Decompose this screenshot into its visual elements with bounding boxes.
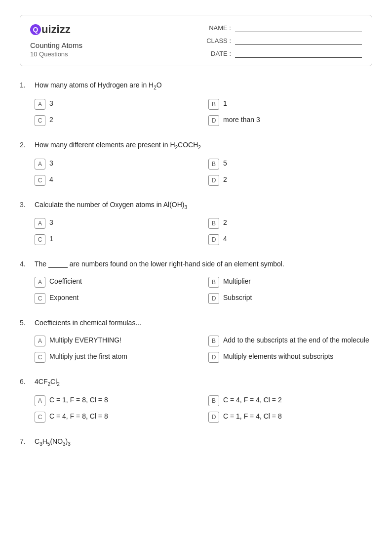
- q6-option-a: A C = 1, F = 8, Cl = 8: [35, 395, 198, 406]
- q2-letter-c: C: [35, 175, 45, 186]
- question-6-text: 6. 4CF2Cl2: [20, 377, 372, 388]
- q3-letter-c: C: [35, 234, 45, 245]
- q4-option-c: C Exponent: [35, 293, 198, 304]
- q6-option-b: B C = 4, F = 4, Cl = 2: [208, 395, 372, 406]
- q2-letter-a: A: [35, 159, 45, 170]
- class-label: CLASS :: [204, 37, 231, 44]
- q2-letter-b: B: [208, 159, 219, 170]
- q5-option-a: A Multiply EVERYTHING!: [35, 335, 198, 346]
- q1-option-b: B 1: [208, 98, 372, 110]
- q4-number: 4.: [20, 259, 30, 269]
- q2-option-d: D 2: [208, 174, 372, 186]
- q6-text-a: C = 1, F = 8, Cl = 8: [49, 395, 108, 405]
- q3-options: A 3 B 2 C 1 D 4: [35, 217, 372, 245]
- q5-letter-d: D: [208, 352, 219, 363]
- q1-text-a: 3: [49, 98, 53, 109]
- q1-option-d: D more than 3: [208, 115, 372, 126]
- q6-letter-c: C: [35, 412, 45, 423]
- q4-content: The _____ are numbers found on the lower…: [35, 259, 284, 269]
- q2-option-a: A 3: [35, 158, 198, 170]
- question-5-text: 5. Coefficients in chemical formulas...: [20, 318, 372, 328]
- date-field: DATE :: [204, 49, 362, 58]
- class-field: CLASS :: [204, 36, 362, 45]
- q6-text-c: C = 4, F = 8, Cl = 8: [49, 411, 108, 422]
- name-field: NAME :: [204, 23, 362, 32]
- q1-letter-d: D: [208, 115, 219, 126]
- q1-option-c: C 2: [35, 115, 198, 126]
- q4-text-c: Exponent: [49, 293, 78, 303]
- date-label: DATE :: [204, 50, 231, 57]
- q3-option-b: B 2: [208, 217, 372, 229]
- q6-letter-a: A: [35, 395, 45, 406]
- q4-options: A Coefficient B Multiplier C Exponent D …: [35, 276, 372, 304]
- q5-letter-a: A: [35, 336, 45, 346]
- question-7-text: 7. C3H5(NO3)3: [20, 436, 372, 448]
- q1-number: 1.: [20, 80, 30, 90]
- question-2: 2. How many different elements are prese…: [20, 140, 372, 186]
- name-line: [235, 23, 362, 32]
- q1-text-b: 1: [223, 98, 227, 109]
- quiz-subtitle: 10 Questions: [30, 50, 82, 58]
- q2-option-c: C 4: [35, 174, 198, 186]
- q2-options: A 3 B 5 C 4 D 2: [35, 158, 372, 186]
- q6-option-c: C C = 4, F = 8, Cl = 8: [35, 411, 198, 423]
- logo-text: uizizz: [41, 23, 71, 36]
- q1-option-a: A 3: [35, 98, 198, 110]
- q7-number: 7.: [20, 436, 30, 447]
- q3-text-a: 3: [49, 217, 53, 228]
- question-4-text: 4. The _____ are numbers found on the lo…: [20, 259, 372, 269]
- q3-content: Calculate the number of Oxygen atoms in …: [35, 200, 187, 211]
- q1-content: How many atoms of Hydrogen are in H2O: [35, 80, 162, 91]
- q6-letter-b: B: [208, 395, 219, 406]
- q4-option-d: D Subscript: [208, 293, 372, 304]
- q4-letter-b: B: [208, 277, 219, 288]
- q2-content: How many different elements are present …: [35, 140, 201, 151]
- q5-letter-b: B: [208, 336, 219, 346]
- question-3: 3. Calculate the number of Oxygen atoms …: [20, 200, 372, 246]
- header-left: Q uizizz Counting Atoms 10 Questions: [30, 23, 82, 58]
- q5-options: A Multiply EVERYTHING! B Add to the subs…: [35, 335, 372, 363]
- q4-text-d: Subscript: [223, 293, 252, 303]
- q7-content: C3H5(NO3)3: [35, 436, 71, 448]
- name-label: NAME :: [204, 24, 231, 32]
- q5-letter-c: C: [35, 352, 45, 363]
- q2-option-b: B 5: [208, 158, 372, 170]
- q3-option-d: D 4: [208, 234, 372, 245]
- q2-text-b: 5: [223, 158, 227, 169]
- q3-option-c: C 1: [35, 234, 198, 245]
- q6-options: A C = 1, F = 8, Cl = 8 B C = 4, F = 4, C…: [35, 395, 372, 423]
- q5-option-b: B Add to the subscripts at the end of th…: [208, 335, 372, 346]
- q5-text-d: Multiply elements without subscripts: [223, 351, 333, 362]
- q3-number: 3.: [20, 200, 30, 210]
- q2-text-a: 3: [49, 158, 53, 169]
- q2-letter-d: D: [208, 175, 219, 186]
- question-5: 5. Coefficients in chemical formulas... …: [20, 318, 372, 363]
- q4-option-a: A Coefficient: [35, 276, 198, 288]
- q1-text-d: more than 3: [223, 115, 260, 125]
- q3-letter-b: B: [208, 218, 219, 229]
- class-line: [235, 36, 362, 45]
- quiz-title: Counting Atoms: [30, 41, 82, 49]
- q1-options: A 3 B 1 C 2 D more than 3: [35, 98, 372, 126]
- logo-q-icon: Q: [30, 24, 41, 35]
- q3-letter-a: A: [35, 218, 45, 229]
- q5-number: 5.: [20, 318, 30, 328]
- q6-text-b: C = 4, F = 4, Cl = 2: [223, 395, 282, 405]
- question-6: 6. 4CF2Cl2 A C = 1, F = 8, Cl = 8 B C = …: [20, 377, 372, 423]
- q4-option-b: B Multiplier: [208, 276, 372, 288]
- q5-text-b: Add to the subscripts at the end of the …: [223, 335, 369, 345]
- header-fields: NAME : CLASS : DATE :: [204, 23, 362, 58]
- question-2-text: 2. How many different elements are prese…: [20, 140, 372, 151]
- date-line: [235, 49, 362, 58]
- question-4: 4. The _____ are numbers found on the lo…: [20, 259, 372, 304]
- q5-text-a: Multiply EVERYTHING!: [49, 335, 121, 345]
- q2-text-c: 4: [49, 174, 53, 185]
- q6-letter-d: D: [208, 412, 219, 423]
- question-1-text: 1. How many atoms of Hydrogen are in H2O: [20, 80, 372, 91]
- question-1: 1. How many atoms of Hydrogen are in H2O…: [20, 80, 372, 126]
- q6-content: 4CF2Cl2: [35, 377, 60, 388]
- q3-letter-d: D: [208, 234, 219, 245]
- q3-option-a: A 3: [35, 217, 198, 229]
- q6-option-d: D C = 1, F = 4, Cl = 8: [208, 411, 372, 423]
- q4-text-a: Coefficient: [49, 276, 82, 287]
